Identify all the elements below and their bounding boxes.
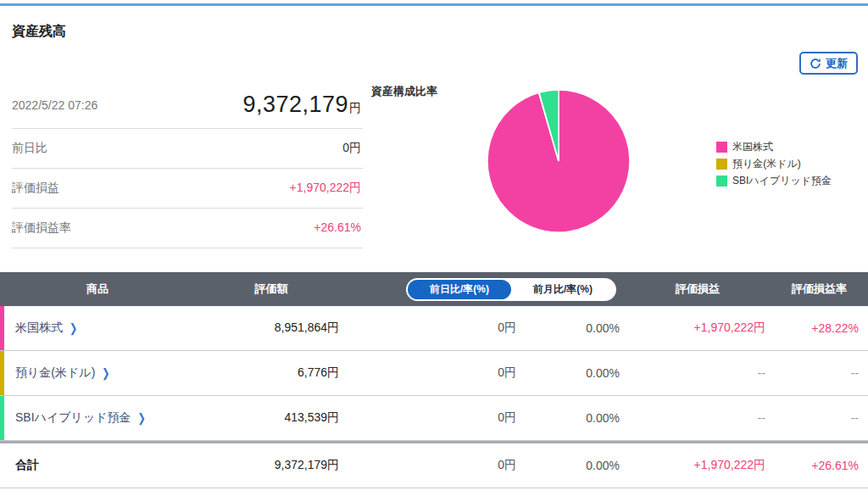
table-row-total: 合計 9,372,179円 0円 0.00% +1,970,222円 +26.6… <box>0 443 868 488</box>
row-color-bar <box>0 396 4 440</box>
asset-pie-chart <box>486 88 632 234</box>
chevron-right-icon: ❯ <box>70 321 77 336</box>
chevron-right-icon: ❯ <box>138 411 146 426</box>
table-row-usd-deposit: 預り金(米ドル)❯ 6,776円 0円 0.00% -- -- <box>0 351 868 396</box>
product-link-us-stocks[interactable]: 米国株式❯ <box>0 320 195 336</box>
total-asset-row: 2022/5/22 07:26 9,372,179円 <box>12 83 363 129</box>
change-period-toggle: 前日比/率(%) 前月比/率(%) <box>406 278 616 301</box>
header-pl-rate: 評価損益率 <box>771 281 868 297</box>
header-value: 評価額 <box>195 281 348 297</box>
total-asset-value: 9,372,179円 <box>242 92 361 118</box>
legend-swatch-green <box>716 176 727 187</box>
legend-item-sbi-hybrid: SBIハイブリッド預金 <box>716 174 832 188</box>
unrealized-pl-row: 評価損益 +1,970,222円 <box>12 169 363 209</box>
day-change-row: 前日比 0円 <box>12 129 363 169</box>
legend-swatch-yellow <box>716 159 727 170</box>
legend-swatch-pink <box>716 142 727 153</box>
table-header: 商品 評価額 評価損益 評価損益率 前日比/率(%) 前月比/率(%) <box>0 272 868 306</box>
row-color-bar <box>0 351 4 395</box>
as-of-timestamp: 2022/5/22 07:26 <box>12 98 97 112</box>
row-color-bar <box>0 306 4 350</box>
day-change-value: 0円 <box>342 141 361 156</box>
product-link-sbi-hybrid[interactable]: SBIハイブリッド預金❯ <box>0 410 195 426</box>
chart-legend: 米国株式 預り金(米ドル) SBIハイブリッド預金 <box>716 140 832 188</box>
table-row-sbi-hybrid: SBIハイブリッド預金❯ 413,539円 0円 0.00% -- -- <box>0 396 868 441</box>
legend-item-usd-deposit: 預り金(米ドル) <box>716 157 832 171</box>
refresh-icon <box>810 58 821 70</box>
legend-item-us-stocks: 米国株式 <box>716 140 832 154</box>
asset-table: 商品 評価額 評価損益 評価損益率 前日比/率(%) 前月比/率(%) 米国株式… <box>0 272 868 488</box>
unrealized-pl-rate-value: +26.61% <box>314 220 361 234</box>
total-label: 合計 <box>0 458 195 473</box>
unrealized-pl-value: +1,970,222円 <box>290 181 361 196</box>
chart-title: 資産構成比率 <box>371 84 437 99</box>
header-product: 商品 <box>0 281 195 297</box>
unrealized-pl-rate-row: 評価損益率 +26.61% <box>12 209 363 248</box>
chevron-right-icon: ❯ <box>102 366 109 381</box>
table-row-us-stocks: 米国株式❯ 8,951,864円 0円 0.00% +1,970,222円 +2… <box>0 306 868 351</box>
page-title: 資産残高 <box>12 23 66 41</box>
toggle-day-change[interactable]: 前日比/率(%) <box>408 280 511 299</box>
toggle-month-change[interactable]: 前月比/率(%) <box>511 280 615 299</box>
refresh-button[interactable]: 更新 <box>799 52 858 75</box>
product-link-usd-deposit[interactable]: 預り金(米ドル)❯ <box>0 365 195 381</box>
top-accent-line <box>0 3 868 6</box>
header-pl: 評価損益 <box>625 281 771 297</box>
asset-balance-page: 資産残高 更新 2022/5/22 07:26 9,372,179円 前日比 0… <box>0 0 868 496</box>
summary-panel: 2022/5/22 07:26 9,372,179円 前日比 0円 評価損益 +… <box>12 83 363 248</box>
refresh-button-label: 更新 <box>826 56 848 71</box>
